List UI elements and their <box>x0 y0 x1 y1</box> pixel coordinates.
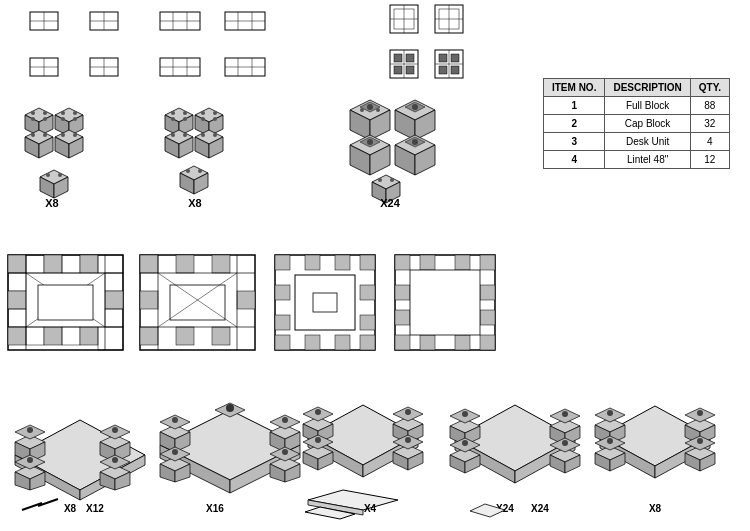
svg-point-318 <box>607 410 613 416</box>
svg-point-91 <box>201 117 205 121</box>
cell-qty: 32 <box>690 115 729 133</box>
cell-qty: 4 <box>690 133 729 151</box>
svg-rect-145 <box>105 291 123 309</box>
svg-point-295 <box>462 411 468 417</box>
svg-point-226 <box>27 457 33 463</box>
svg-point-62 <box>61 117 65 121</box>
table-row: 1Full Block88 <box>543 97 729 115</box>
cell-item: 2 <box>543 115 604 133</box>
svg-point-92 <box>213 117 217 121</box>
svg-rect-148 <box>8 327 26 345</box>
svg-point-82 <box>171 111 175 115</box>
svg-rect-40 <box>406 66 414 74</box>
svg-rect-147 <box>105 309 123 327</box>
item-table: ITEM NO. DESCRIPTION QTY. 1Full Block882… <box>543 78 730 169</box>
svg-point-113 <box>360 108 364 112</box>
svg-rect-180 <box>335 255 350 270</box>
svg-point-96 <box>171 133 175 137</box>
svg-rect-196 <box>480 335 495 350</box>
svg-point-60 <box>61 111 65 115</box>
cell-item: 4 <box>543 151 604 169</box>
svg-point-129 <box>412 139 418 145</box>
svg-rect-146 <box>8 309 26 327</box>
svg-point-114 <box>376 108 380 112</box>
svg-rect-197 <box>395 285 410 300</box>
svg-text:X8: X8 <box>188 197 201 209</box>
svg-rect-193 <box>395 255 410 270</box>
svg-rect-152 <box>80 327 98 345</box>
svg-point-324 <box>697 438 703 444</box>
svg-text:X12: X12 <box>86 503 104 514</box>
svg-point-102 <box>213 133 217 137</box>
svg-point-73 <box>73 133 77 137</box>
svg-rect-168 <box>176 327 194 345</box>
svg-rect-47 <box>451 66 459 74</box>
svg-rect-167 <box>140 327 158 345</box>
svg-point-61 <box>73 111 77 115</box>
svg-point-320 <box>697 410 703 416</box>
svg-point-101 <box>201 133 205 137</box>
svg-text:X24: X24 <box>531 503 549 514</box>
svg-point-78 <box>58 173 62 177</box>
svg-rect-194 <box>480 255 495 270</box>
svg-point-85 <box>183 117 187 121</box>
cell-qty: 88 <box>690 97 729 115</box>
svg-rect-164 <box>212 255 230 273</box>
cell-item: 3 <box>543 133 604 151</box>
svg-rect-174 <box>170 285 225 320</box>
col-header-item: ITEM NO. <box>543 79 604 97</box>
table-row: 2Cap Block32 <box>543 115 729 133</box>
svg-rect-200 <box>480 310 495 325</box>
svg-rect-143 <box>105 273 123 291</box>
svg-rect-45 <box>451 54 459 62</box>
svg-point-55 <box>31 117 35 121</box>
svg-rect-183 <box>360 285 375 300</box>
svg-rect-185 <box>360 315 375 330</box>
svg-rect-139 <box>62 255 80 273</box>
svg-point-53 <box>31 111 35 115</box>
svg-point-56 <box>43 117 47 121</box>
svg-text:X8: X8 <box>64 503 77 514</box>
table-row: 3Desk Unit4 <box>543 133 729 151</box>
svg-point-251 <box>282 449 288 455</box>
svg-rect-204 <box>455 335 470 350</box>
svg-text:X8: X8 <box>649 503 662 514</box>
svg-point-228 <box>112 457 118 463</box>
svg-text:X24: X24 <box>380 197 400 209</box>
svg-text:X4: X4 <box>364 503 377 514</box>
svg-rect-169 <box>212 327 230 345</box>
svg-rect-138 <box>44 255 62 273</box>
svg-point-97 <box>183 133 187 137</box>
svg-rect-195 <box>395 335 410 350</box>
svg-point-124 <box>367 139 373 145</box>
svg-point-245 <box>172 417 178 423</box>
svg-rect-182 <box>275 285 290 300</box>
svg-point-322 <box>607 438 613 444</box>
svg-rect-201 <box>420 255 435 270</box>
table-row: 4Lintel 48"12 <box>543 151 729 169</box>
svg-rect-190 <box>295 275 355 330</box>
cell-item: 1 <box>543 97 604 115</box>
svg-rect-203 <box>420 335 435 350</box>
svg-point-133 <box>378 178 382 182</box>
svg-point-274 <box>315 437 321 443</box>
svg-point-54 <box>43 111 47 115</box>
svg-point-83 <box>183 111 187 115</box>
svg-point-119 <box>412 104 418 110</box>
svg-rect-151 <box>62 327 80 345</box>
svg-rect-162 <box>140 255 158 273</box>
svg-rect-141 <box>98 255 123 273</box>
svg-rect-46 <box>439 66 447 74</box>
svg-rect-150 <box>44 327 62 345</box>
svg-rect-205 <box>410 270 480 335</box>
cell-description: Full Block <box>605 97 690 115</box>
col-header-description: DESCRIPTION <box>605 79 690 97</box>
svg-point-224 <box>112 427 118 433</box>
svg-rect-140 <box>80 255 98 273</box>
svg-point-247 <box>282 417 288 423</box>
svg-text:X16: X16 <box>206 503 224 514</box>
svg-rect-184 <box>275 315 290 330</box>
svg-rect-187 <box>305 335 320 350</box>
svg-rect-188 <box>335 335 350 350</box>
cell-description: Cap Block <box>605 115 690 133</box>
